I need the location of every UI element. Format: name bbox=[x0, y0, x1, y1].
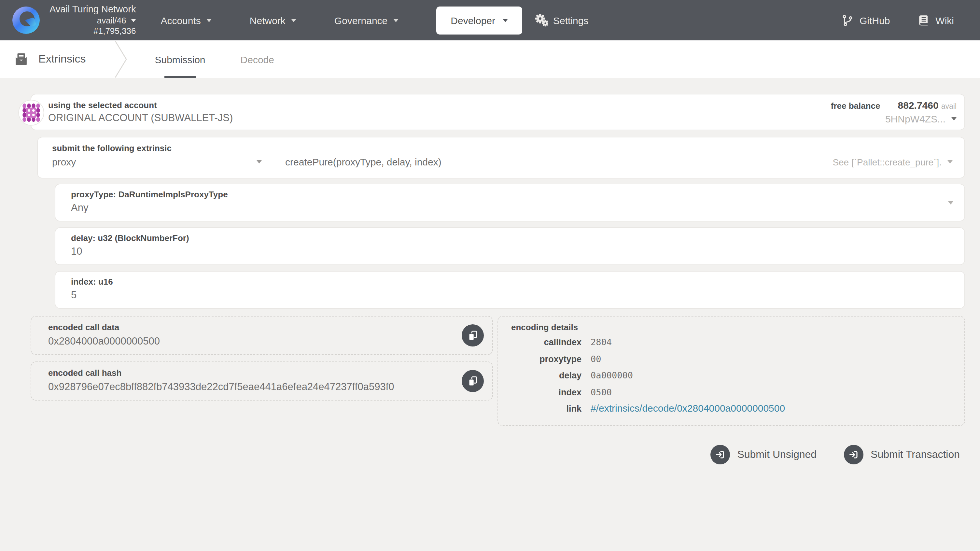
account-identicon[interactable] bbox=[18, 100, 44, 126]
nav-item-accounts[interactable]: Accounts bbox=[161, 15, 212, 26]
page-title: Extrinsics bbox=[38, 53, 86, 66]
encoded-section: encoded call data 0x2804000a0000000500 e… bbox=[30, 316, 965, 426]
main-nav: Accounts Network Governance Developer bbox=[161, 6, 588, 34]
account-select[interactable]: using the selected account ORIGINAL ACCO… bbox=[31, 100, 233, 124]
detail-label: callindex bbox=[505, 335, 581, 351]
nav-label: Governance bbox=[334, 15, 387, 26]
chevron-down-icon bbox=[256, 160, 262, 164]
account-name: ORIGINAL ACCOUNT (SUBWALLET-JS) bbox=[48, 112, 233, 124]
encoding-details-title: encoding details bbox=[511, 322, 954, 332]
detail-row-link: link #/extrinsics/decode/0x2804000a00000… bbox=[505, 401, 954, 417]
nav-item-developer-active[interactable]: Developer bbox=[436, 6, 522, 34]
nav-label: Network bbox=[250, 15, 286, 26]
detail-row-proxytype: proxytype 00 bbox=[505, 351, 954, 367]
tabs: Submission Decode bbox=[155, 40, 309, 78]
network-name: Avail Turing Network bbox=[49, 4, 136, 16]
sign-in-icon bbox=[710, 444, 730, 464]
copy-call-hash-button[interactable] bbox=[462, 370, 484, 392]
submit-unsigned-label: Submit Unsigned bbox=[737, 448, 816, 460]
call-select[interactable]: createPure(proxyType, delay, index) bbox=[285, 156, 441, 167]
chevron-down-icon bbox=[130, 19, 136, 22]
extrinsic-section-label: submit the following extrinsic bbox=[52, 143, 954, 153]
copy-call-data-button[interactable] bbox=[462, 324, 484, 347]
free-balance-value: 882.7460 bbox=[898, 100, 939, 111]
gears-icon bbox=[535, 14, 548, 27]
encoded-call-hash-label: encoded call hash bbox=[48, 368, 450, 378]
breadcrumb-chevron-separator bbox=[113, 40, 129, 78]
extrinsic-card: submit the following extrinsic proxy cre… bbox=[37, 137, 965, 178]
submit-transaction-button[interactable]: Submit Transaction bbox=[844, 444, 960, 464]
nav-label: Settings bbox=[553, 15, 588, 26]
chevron-down-icon bbox=[207, 19, 212, 22]
param-delay: delay: u32 (BlockNumberFor) bbox=[55, 227, 965, 265]
param-label: proxyType: DaRuntimeImplsProxyType bbox=[71, 190, 938, 199]
block-number[interactable]: #1,795,336 bbox=[94, 26, 136, 37]
detail-label: proxytype bbox=[505, 351, 581, 367]
detail-row-callindex: callindex 2804 bbox=[505, 334, 954, 351]
sign-in-icon bbox=[844, 444, 864, 464]
submit-unsigned-button[interactable]: Submit Unsigned bbox=[710, 444, 816, 464]
tab-label: Submission bbox=[155, 54, 205, 65]
network-info: Avail Turing Network avail/46 #1,795,336 bbox=[49, 4, 136, 37]
book-icon bbox=[917, 14, 929, 26]
copy-icon bbox=[468, 330, 478, 341]
nav-item-settings[interactable]: Settings bbox=[535, 14, 588, 27]
detail-label: link bbox=[505, 401, 581, 417]
account-address-short: 5HNpW4ZS... bbox=[885, 113, 945, 124]
account-card: using the selected account ORIGINAL ACCO… bbox=[30, 94, 965, 130]
chevron-down-icon bbox=[951, 117, 956, 121]
param-proxytype: proxyType: DaRuntimeImplsProxyType Any bbox=[55, 184, 965, 221]
detail-row-delay: delay 0a000000 bbox=[505, 367, 954, 384]
chevron-down-icon bbox=[947, 160, 953, 164]
free-balance-label: free balance bbox=[831, 101, 880, 111]
index-input[interactable] bbox=[71, 289, 938, 301]
encoded-call-hash-value: 0x928796e07ec8bff882fb743933de22cd7f5eae… bbox=[48, 381, 450, 393]
chevron-down-icon bbox=[503, 19, 508, 22]
param-index: index: u16 bbox=[55, 271, 965, 309]
tab-bar: Extrinsics Submission Decode bbox=[0, 40, 980, 78]
encoded-call-hash-box: encoded call hash 0x928796e07ec8bff882fb… bbox=[30, 361, 493, 401]
call-docs-text: See [`Pallet::create_pure`]. bbox=[832, 157, 942, 167]
balance-unit: avail bbox=[941, 102, 956, 110]
brand: Avail Turing Network avail/46 #1,795,336 bbox=[0, 4, 136, 37]
tab-decode[interactable]: Decode bbox=[240, 40, 274, 78]
detail-label: index bbox=[505, 385, 581, 401]
tab-label: Decode bbox=[240, 54, 274, 65]
account-address-toggle[interactable]: 5HNpW4ZS... bbox=[885, 113, 956, 124]
wiki-label: Wiki bbox=[935, 15, 954, 26]
detail-label: delay bbox=[505, 368, 581, 384]
git-branch-icon bbox=[841, 14, 854, 26]
nav-item-governance[interactable]: Governance bbox=[334, 15, 399, 26]
wiki-link[interactable]: Wiki bbox=[917, 14, 954, 26]
encoded-call-data-label: encoded call data bbox=[48, 322, 450, 332]
avail-logo[interactable] bbox=[11, 5, 41, 35]
copy-icon bbox=[468, 376, 478, 387]
extrinsics-envelope-icon bbox=[14, 52, 29, 67]
detail-value: 00 bbox=[590, 351, 601, 367]
main-content: using the selected account ORIGINAL ACCO… bbox=[0, 78, 980, 464]
nav-item-network[interactable]: Network bbox=[250, 15, 297, 26]
submit-transaction-label: Submit Transaction bbox=[870, 448, 960, 460]
param-label: delay: u32 (BlockNumberFor) bbox=[71, 233, 938, 243]
pallet-select[interactable]: proxy bbox=[52, 156, 262, 167]
param-label: index: u16 bbox=[71, 277, 938, 287]
call-docs-toggle[interactable]: See [`Pallet::create_pure`]. bbox=[832, 157, 954, 167]
external-links: GitHub Wiki bbox=[841, 14, 980, 26]
encoded-call-data-box: encoded call data 0x2804000a0000000500 bbox=[30, 316, 493, 355]
chevron-down-icon bbox=[948, 201, 953, 204]
chain-spec-label: avail/46 bbox=[97, 16, 126, 26]
detail-value: 2804 bbox=[590, 334, 612, 350]
github-link[interactable]: GitHub bbox=[841, 14, 890, 26]
app-header: Avail Turing Network avail/46 #1,795,336… bbox=[0, 0, 980, 40]
chain-spec-selector[interactable]: avail/46 bbox=[97, 16, 136, 26]
account-balance-block: free balance 882.7460avail 5HNpW4ZS... bbox=[831, 100, 964, 124]
account-select-label: using the selected account bbox=[48, 100, 233, 110]
proxytype-select[interactable]: Any bbox=[71, 202, 938, 213]
tab-submission[interactable]: Submission bbox=[155, 40, 205, 78]
delay-input[interactable] bbox=[71, 245, 938, 257]
decode-link[interactable]: #/extrinsics/decode/0x2804000a0000000500 bbox=[590, 401, 785, 417]
detail-value: 0500 bbox=[590, 384, 612, 400]
breadcrumb: Extrinsics bbox=[0, 40, 86, 78]
chevron-down-icon bbox=[291, 19, 297, 22]
encoding-details-box: encoding details callindex 2804 proxytyp… bbox=[498, 316, 965, 426]
